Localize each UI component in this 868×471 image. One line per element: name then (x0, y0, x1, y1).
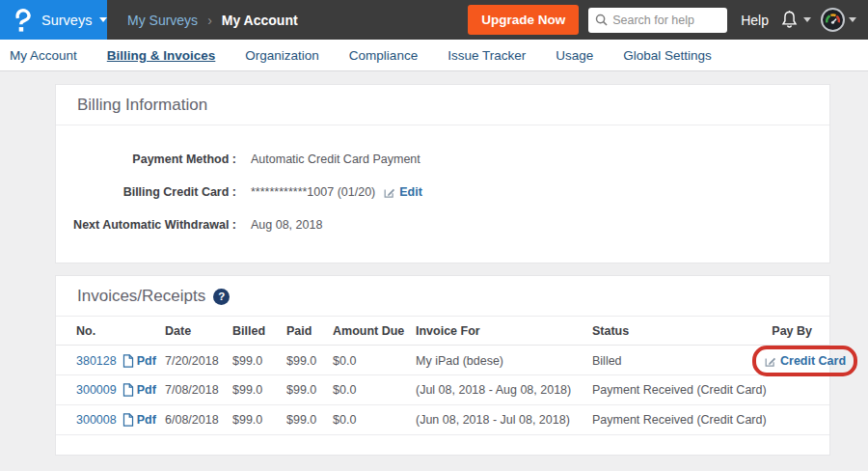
search-icon (595, 14, 608, 26)
help-link[interactable]: Help (741, 13, 769, 28)
tab-my-account[interactable]: My Account (10, 48, 77, 63)
invoice-amount-due: $0.0 (333, 383, 416, 397)
chevron-down-icon (849, 17, 856, 22)
invoice-status: Payment Received (Credit Card) (592, 383, 752, 397)
col-paid: Paid (286, 324, 333, 338)
invoice-billed: $99.0 (232, 354, 286, 368)
breadcrumb-separator: › (207, 13, 212, 28)
edit-pencil-icon (764, 355, 776, 368)
invoice-paid: $99.0 (286, 354, 333, 368)
billing-credit-card-value: ************1007 (01/20) Edit (251, 185, 422, 199)
invoice-for: (Jun 08, 2018 - Jul 08, 2018) (416, 413, 592, 427)
invoice-for: (Jul 08, 2018 - Aug 08, 2018) (416, 383, 592, 397)
breadcrumb-current-page: My Account (222, 13, 298, 28)
billing-information-title: Billing Information (77, 96, 207, 115)
breadcrumb: My Surveys › My Account (127, 13, 298, 28)
tab-organization[interactable]: Organization (245, 48, 319, 63)
invoice-amount-due: $0.0 (333, 354, 416, 368)
chevron-down-icon (99, 17, 107, 22)
tab-global-settings[interactable]: Global Settings (623, 48, 712, 63)
invoice-billed: $99.0 (232, 383, 286, 397)
pay-by-highlight-ring: Credit Card (752, 346, 857, 376)
chevron-down-icon (803, 17, 811, 22)
col-status: Status (592, 324, 752, 338)
invoice-pay-by-cell: Credit Card (752, 346, 857, 376)
billing-information-body: Payment Method : Automatic Credit Card P… (56, 125, 829, 263)
billing-credit-card-label: Billing Credit Card : (56, 185, 236, 199)
pdf-file-icon[interactable] (122, 383, 134, 397)
col-invoice-for: Invoice For (416, 324, 592, 338)
col-no: No. (76, 324, 165, 338)
billing-credit-card-row: Billing Credit Card : ************1007 (… (56, 176, 829, 208)
payment-method-label: Payment Method : (56, 152, 236, 166)
edit-card-link[interactable]: Edit (399, 185, 422, 199)
invoice-row-300008: 300008 Pdf 6/08/2018 $99.0 $99.0 $0.0 (J… (56, 405, 829, 435)
invoices-receipts-title: Invoices/Receipts (77, 287, 205, 306)
invoice-status: Billed (592, 354, 752, 368)
invoice-amount-due: $0.0 (333, 413, 416, 427)
invoice-paid: $99.0 (286, 413, 333, 427)
tab-usage[interactable]: Usage (556, 48, 593, 63)
invoice-date: 6/08/2018 (165, 413, 232, 427)
invoice-no-cell: 380128 Pdf (76, 354, 165, 368)
col-billed: Billed (232, 324, 286, 338)
gauge-avatar-icon (824, 11, 842, 29)
pay-by-credit-card-link[interactable]: Credit Card (780, 354, 846, 368)
invoice-number-link[interactable]: 300008 (76, 413, 117, 427)
pdf-link[interactable]: Pdf (137, 354, 156, 368)
help-question-icon[interactable]: ? (213, 289, 230, 305)
top-bar: Surveys My Surveys › My Account Upgrade … (0, 0, 868, 40)
next-withdrawal-row: Next Automatic Withdrawal : Aug 08, 2018 (56, 208, 829, 241)
payment-method-value: Automatic Credit Card Payment (251, 152, 420, 166)
tab-compliance[interactable]: Compliance (349, 48, 418, 63)
col-pay-by: Pay By (752, 324, 812, 338)
account-menu[interactable] (821, 8, 856, 32)
masked-card-number: ************1007 (01/20) (251, 185, 375, 199)
invoice-status: Payment Received (Credit Card) (592, 413, 752, 427)
invoice-for: My iPad (bdese) (416, 354, 592, 368)
account-tabs: My Account Billing & Invoices Organizati… (0, 40, 868, 71)
search-input[interactable] (612, 14, 720, 27)
invoices-table-header: No. Date Billed Paid Amount Due Invoice … (56, 317, 829, 346)
breadcrumb-my-surveys[interactable]: My Surveys (127, 13, 198, 28)
invoices-table: No. Date Billed Paid Amount Due Invoice … (56, 317, 829, 455)
pdf-file-icon[interactable] (122, 413, 134, 427)
tab-billing-invoices[interactable]: Billing & Invoices (107, 48, 216, 63)
invoices-receipts-header: Invoices/Receipts ? (56, 276, 829, 317)
pdf-link[interactable]: Pdf (137, 383, 156, 397)
col-date: Date (165, 324, 232, 338)
upgrade-now-button[interactable]: Upgrade Now (468, 5, 579, 35)
invoice-number-link[interactable]: 300009 (76, 383, 117, 397)
avatar (821, 8, 845, 32)
help-search-box[interactable] (588, 8, 727, 33)
next-withdrawal-value: Aug 08, 2018 (251, 218, 322, 232)
next-withdrawal-label: Next Automatic Withdrawal : (56, 218, 236, 232)
invoice-date: 7/08/2018 (165, 383, 232, 397)
invoices-receipts-card: Invoices/Receipts ? No. Date Billed Paid… (55, 275, 830, 456)
tab-issue-tracker[interactable]: Issue Tracker (448, 48, 526, 63)
invoice-row-380128: 380128 Pdf 7/20/2018 $99.0 $99.0 $0.0 My… (56, 346, 829, 375)
invoice-billed: $99.0 (232, 413, 286, 427)
billing-information-card: Billing Information Payment Method : Aut… (55, 84, 830, 263)
pdf-file-icon[interactable] (122, 354, 134, 368)
billing-information-header: Billing Information (56, 85, 829, 125)
invoice-no-cell: 300009 Pdf (76, 383, 165, 397)
invoice-row-300009: 300009 Pdf 7/08/2018 $99.0 $99.0 $0.0 (J… (56, 375, 829, 405)
payment-method-row: Payment Method : Automatic Credit Card P… (56, 143, 829, 176)
edit-pencil-icon[interactable] (383, 186, 395, 199)
notifications-menu[interactable] (780, 10, 811, 30)
bell-icon (780, 10, 799, 30)
col-amount-due: Amount Due (333, 324, 416, 338)
product-switcher[interactable]: Surveys (0, 0, 107, 40)
product-name: Surveys (41, 13, 92, 28)
pdf-link[interactable]: Pdf (137, 413, 156, 427)
proprofs-logo-icon (13, 8, 33, 33)
invoice-date: 7/20/2018 (165, 354, 232, 368)
invoice-paid: $99.0 (286, 383, 333, 397)
invoice-no-cell: 300008 Pdf (76, 413, 165, 427)
invoice-number-link[interactable]: 380128 (76, 354, 117, 368)
